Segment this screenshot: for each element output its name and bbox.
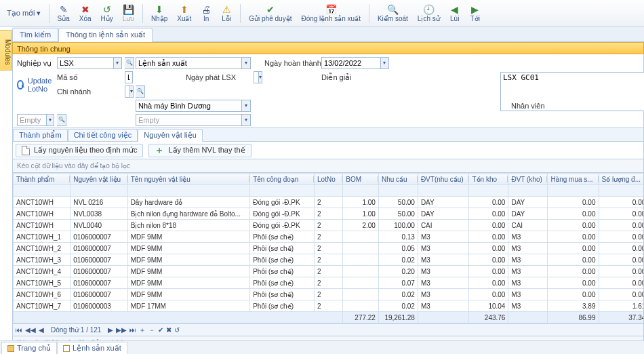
nav-check-icon[interactable]: ✔ [158, 326, 163, 334]
dropdown-icon[interactable]: ▾ [242, 100, 251, 112]
subtab-nvl[interactable]: Nguyên vật liệu [138, 129, 203, 142]
col-so-luong-d[interactable]: Số lượng đ... [599, 174, 644, 185]
tab-tim-kiem[interactable]: Tìm kiếm [12, 28, 58, 41]
col-cong-doan[interactable]: Tên công đoạn [250, 174, 315, 185]
lookup-icon[interactable]: 🔍 [125, 57, 134, 69]
label-ngay-hoan-thanh: Ngày hoàn thành [264, 59, 319, 67]
lookup-icon[interactable]: 🔍 [57, 114, 66, 126]
bottom-tab-trang-chu[interactable]: Trang chủ [1, 342, 57, 354]
dropdown-icon[interactable]: ▾ [114, 57, 122, 69]
grid-filter-row[interactable] [14, 185, 645, 197]
import-button[interactable]: ⬇Nhập [147, 3, 172, 24]
table-row[interactable]: ANCT10WH_20106000007MDF 9MMPhôi (sơ chế)… [14, 243, 645, 254]
table-row[interactable]: ANCT10WHNVL 0216Dây hardware đỏĐóng gói … [14, 197, 645, 208]
label-ma-so: Mã số [57, 73, 122, 82]
nav-nextpage-icon[interactable]: ▶▶ [116, 326, 127, 334]
dropdown-icon[interactable]: ▾ [381, 57, 389, 69]
table-row[interactable]: ANCT10WHNVL0040Bịch nilon 8*18Đóng gói -… [14, 220, 645, 231]
table-row[interactable]: ANCT10WH_10106000007MDF 9MMPhôi (sơ chế)… [14, 231, 645, 243]
label-nghiep-vu: Nghiệp vụ [17, 59, 54, 68]
lookup-icon[interactable]: 🔍 [136, 85, 145, 98]
print-button[interactable]: 🖨In [197, 3, 216, 24]
grid-header-row: Thành phẩm Nguyên vật liệu Tên nguyên vậ… [14, 174, 645, 185]
col-nhu-cau[interactable]: Nhu cầu [378, 174, 418, 185]
grid-summary-row: 277.22 19,261.28 243.76 86.99 37.34 293.… [14, 312, 645, 323]
input-chi-nhanh-desc[interactable] [136, 100, 242, 112]
input-nhan-vien-desc[interactable] [136, 114, 242, 126]
close-order-button[interactable]: 📅Đóng lệnh sản xuất [297, 3, 365, 24]
subtab-thanh-pham[interactable]: Thành phẩm [13, 129, 68, 141]
dropdown-icon[interactable]: ▾ [259, 71, 262, 83]
input-ma-so[interactable] [125, 71, 133, 83]
chevron-down-icon: ▾ [37, 9, 41, 18]
subtab-chi-tiet[interactable]: Chi tiết công việc [68, 129, 138, 141]
input-ngay-hoan-thanh[interactable] [321, 57, 381, 69]
nav-prevpage-icon[interactable]: ◀◀ [25, 326, 36, 334]
back-icon: ◀ [449, 4, 460, 15]
error-button[interactable]: ⚠Lỗi [217, 3, 236, 24]
nav-refresh-icon[interactable]: ↺ [174, 326, 180, 334]
label-nhan-vien: Nhân viên [511, 102, 639, 110]
dropdown-icon[interactable]: ▾ [242, 114, 251, 126]
table-row[interactable]: ANCT10WH_40106000007MDF 9MMPhôi (sơ chế)… [14, 266, 645, 277]
table-row[interactable]: ANCT10WH_70106000003MDF 17MMPhôi (sơ chế… [14, 300, 645, 312]
bottom-tab-lenh-sx[interactable]: Lệnh sản xuất [57, 342, 127, 354]
update-lotno-button[interactable]: Update LotNo [17, 77, 54, 93]
input-nghiep-vu[interactable] [57, 57, 114, 69]
history-button[interactable]: 🕘Lịch sử [414, 3, 444, 24]
nav-remove-icon[interactable]: － [148, 326, 155, 335]
table-row[interactable]: ANCT10WH_30106000007MDF 9MMPhôi (sơ chế)… [14, 254, 645, 266]
nav-prev-icon[interactable]: ◀ [39, 326, 44, 334]
table-row[interactable]: ANCT10WHNVL0038Bịch nilon đựng hardware … [14, 208, 645, 220]
table-row[interactable]: ANCT10WH_60106000007MDF 9MMPhôi (sơ chế)… [14, 289, 645, 300]
input-nghiep-vu-desc[interactable] [136, 57, 242, 69]
nav-first-icon[interactable]: ⏮ [16, 326, 22, 334]
col-dvt-nhu-cau[interactable]: ĐVT(nhu cầu) [418, 174, 469, 185]
export-button[interactable]: ⬆Xuất [173, 3, 195, 24]
nav-add-icon[interactable]: ＋ [139, 326, 146, 335]
edit-button[interactable]: ✎Sửa [54, 3, 74, 24]
tab-thong-tin-lsx[interactable]: Thông tin lệnh sản xuất [58, 28, 153, 42]
new-label: Tạo mới [7, 9, 35, 18]
undo-icon: ↺ [102, 4, 113, 15]
nav-last-icon[interactable]: ⏭ [129, 326, 136, 334]
cancel-button[interactable]: ↺Hủy [97, 3, 117, 24]
dropdown-icon[interactable]: ▾ [242, 57, 251, 69]
input-ngay-phat[interactable] [254, 71, 259, 83]
control-button[interactable]: 🔍Kiểm soát [374, 3, 412, 24]
new-button[interactable]: Tạo mới▾ [3, 6, 45, 20]
input-nhan-vien[interactable] [17, 114, 47, 126]
modules-side-tab[interactable]: Modules [0, 30, 12, 71]
send-approve-button[interactable]: ✔Gửi phê duyệt [245, 3, 296, 24]
grid1-group-hint[interactable]: Kéo cột dữ liệu vào đây để tạo bộ lọc [12, 159, 644, 173]
forward-button[interactable]: ▶Tới [466, 3, 485, 24]
btn-lay-nl-dinh-muc[interactable]: Lấy nguyên liệu theo định mức [16, 144, 143, 157]
col-ton-kho[interactable]: Tồn kho [469, 174, 508, 185]
delete-button[interactable]: ✖Xóa [75, 3, 96, 24]
save-button[interactable]: 💾Lưu [119, 3, 138, 24]
col-lotno[interactable]: LotNo [315, 174, 343, 185]
history-icon: 🕘 [423, 4, 434, 15]
action-row: Lấy nguyên liệu theo định mức ＋ Lấy thêm… [12, 142, 644, 159]
input-chi-nhanh[interactable] [125, 85, 130, 98]
col-hang-mua[interactable]: Hàng mua s... [548, 174, 599, 185]
search-icon: 🔍 [387, 4, 398, 15]
dropdown-icon[interactable]: ▾ [47, 114, 54, 126]
dropdown-icon[interactable]: ▾ [130, 85, 134, 98]
table-row[interactable]: ANCT10WH_50106000007MDF 9MMPhôi (sơ chế)… [14, 277, 645, 289]
btn-lay-them-nvl[interactable]: ＋ Lấy thêm NVL thay thế [148, 144, 251, 157]
top-toolbar: Tạo mới▾ ✎Sửa ✖Xóa ↺Hủy 💾Lưu ⬇Nhập ⬆Xuất… [0, 0, 644, 27]
col-bom[interactable]: BOM [343, 174, 379, 185]
col-thanh-pham[interactable]: Thành phẩm [14, 174, 71, 185]
save-icon: 💾 [123, 4, 134, 15]
document-icon [22, 146, 30, 155]
col-nvl[interactable]: Nguyên vật liệu [71, 174, 127, 185]
nav-cancel-icon[interactable]: ✖ [166, 326, 172, 334]
nav-status: Dòng thứ 1 / 121 [51, 326, 101, 334]
nav-next-icon[interactable]: ▶ [108, 326, 113, 334]
grid1-wrap[interactable]: Thành phẩm Nguyên vật liệu Tên nguyên vậ… [12, 173, 644, 324]
label-dien-giai: Diễn giải [321, 73, 498, 82]
col-dvt-kho[interactable]: ĐVT (kho) [508, 174, 548, 185]
col-ten-nvl[interactable]: Tên nguyên vật liệu [127, 174, 250, 185]
back-button[interactable]: ◀Lùi [445, 3, 464, 24]
